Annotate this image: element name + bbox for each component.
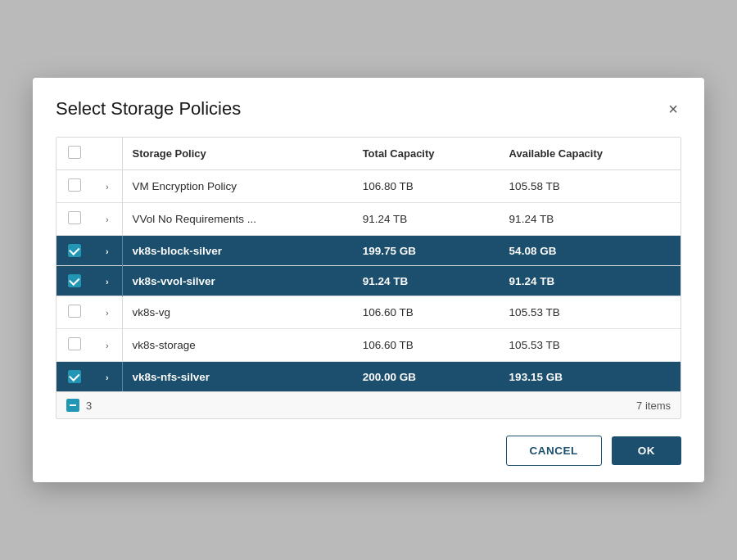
expand-chevron[interactable]: › — [106, 182, 109, 192]
total-items: 7 items — [636, 400, 671, 412]
col-header-available: Available Capacity — [500, 138, 680, 170]
cb-box — [68, 305, 81, 318]
row-0-name: VM Encryption Policy — [122, 170, 353, 203]
row-3-available: 91.24 TB — [500, 266, 680, 296]
close-button[interactable]: × — [665, 97, 681, 120]
table-footer: 3 7 items — [57, 391, 680, 418]
row-checkbox[interactable] — [68, 244, 81, 257]
row-2-name: vk8s-block-silver — [122, 236, 353, 266]
col-header-select — [57, 138, 93, 170]
row-checkbox[interactable] — [68, 274, 81, 287]
col-header-expand — [93, 138, 122, 170]
row-6-available: 193.15 GB — [500, 362, 680, 392]
row-5-checkbox-cell — [57, 329, 93, 362]
row-6-name: vk8s-nfs-silver — [122, 362, 353, 392]
row-0-expand-cell: › — [93, 170, 122, 203]
storage-policies-table: Storage Policy Total Capacity Available … — [57, 138, 680, 391]
row-2-checkbox-cell — [57, 236, 93, 266]
cb-box — [68, 244, 81, 257]
row-1-name: VVol No Requirements ... — [122, 203, 353, 236]
col-header-total: Total Capacity — [353, 138, 500, 170]
cb-box — [68, 337, 81, 350]
cb-box — [68, 370, 81, 383]
row-checkbox[interactable] — [68, 337, 81, 350]
footer-left: 3 — [66, 399, 92, 412]
selected-count: 3 — [86, 400, 92, 412]
col-header-name: Storage Policy — [122, 138, 353, 170]
row-1-checkbox-cell — [57, 203, 93, 236]
row-6-total: 200.00 GB — [353, 362, 500, 392]
table-row: ›vk8s-nfs-silver200.00 GB193.15 GB — [57, 362, 680, 392]
row-3-checkbox-cell — [57, 266, 93, 296]
table-row: ›VVol No Requirements ...91.24 TB91.24 T… — [57, 203, 680, 236]
row-0-total: 106.80 TB — [353, 170, 500, 203]
row-checkbox[interactable] — [68, 370, 81, 383]
row-3-total: 91.24 TB — [353, 266, 500, 296]
row-checkbox[interactable] — [68, 305, 81, 318]
row-0-available: 105.58 TB — [500, 170, 680, 203]
row-checkbox[interactable] — [68, 178, 81, 192]
table-row: ›vk8s-vg106.60 TB105.53 TB — [57, 296, 680, 329]
table-row: ›vk8s-storage106.60 TB105.53 TB — [57, 329, 680, 362]
row-5-total: 106.60 TB — [353, 329, 500, 362]
row-4-name: vk8s-vg — [122, 296, 353, 329]
table-row: ›vk8s-vvol-silver91.24 TB91.24 TB — [57, 266, 680, 296]
table-row: ›vk8s-block-silver199.75 GB54.08 GB — [57, 236, 680, 266]
row-3-name: vk8s-vvol-silver — [122, 266, 353, 296]
table-row: ›VM Encryption Policy106.80 TB105.58 TB — [57, 170, 680, 203]
expand-chevron[interactable]: › — [106, 246, 109, 256]
row-4-expand-cell: › — [93, 296, 122, 329]
expand-chevron[interactable]: › — [106, 308, 109, 318]
cb-box — [68, 178, 81, 192]
row-2-expand-cell: › — [93, 236, 122, 266]
row-1-available: 91.24 TB — [500, 203, 680, 236]
footer-cb-box — [66, 399, 79, 412]
table-container: Storage Policy Total Capacity Available … — [56, 137, 681, 419]
row-4-checkbox-cell — [57, 296, 93, 329]
row-checkbox[interactable] — [68, 211, 81, 224]
cb-box — [68, 274, 81, 287]
expand-chevron[interactable]: › — [106, 215, 109, 224]
expand-chevron[interactable]: › — [106, 277, 109, 287]
row-6-expand-cell: › — [93, 362, 122, 392]
row-5-name: vk8s-storage — [122, 329, 353, 362]
row-4-available: 105.53 TB — [500, 296, 680, 329]
row-1-total: 91.24 TB — [353, 203, 500, 236]
row-2-total: 199.75 GB — [353, 236, 500, 266]
modal-title: Select Storage Policies — [56, 98, 241, 120]
modal-header: Select Storage Policies × — [33, 78, 704, 137]
row-4-total: 106.60 TB — [353, 296, 500, 329]
row-1-expand-cell: › — [93, 203, 122, 236]
modal-overlay: Select Storage Policies × Storage Policy — [0, 0, 737, 560]
footer-checkbox[interactable] — [66, 399, 79, 412]
expand-chevron[interactable]: › — [106, 373, 109, 382]
select-all-checkbox[interactable] — [68, 146, 81, 159]
row-0-checkbox-cell — [57, 170, 93, 203]
select-all-cb-box — [68, 146, 81, 159]
expand-chevron[interactable]: › — [106, 341, 109, 350]
row-5-available: 105.53 TB — [500, 329, 680, 362]
row-6-checkbox-cell — [57, 362, 93, 392]
cb-box — [68, 211, 81, 224]
table-header-row: Storage Policy Total Capacity Available … — [57, 138, 680, 170]
cancel-button[interactable]: CANCEL — [506, 436, 602, 466]
dialog: Select Storage Policies × Storage Policy — [33, 78, 704, 482]
row-2-available: 54.08 GB — [500, 236, 680, 266]
modal-footer: CANCEL OK — [33, 419, 704, 482]
row-5-expand-cell: › — [93, 329, 122, 362]
ok-button[interactable]: OK — [612, 436, 681, 465]
row-3-expand-cell: › — [93, 266, 122, 296]
